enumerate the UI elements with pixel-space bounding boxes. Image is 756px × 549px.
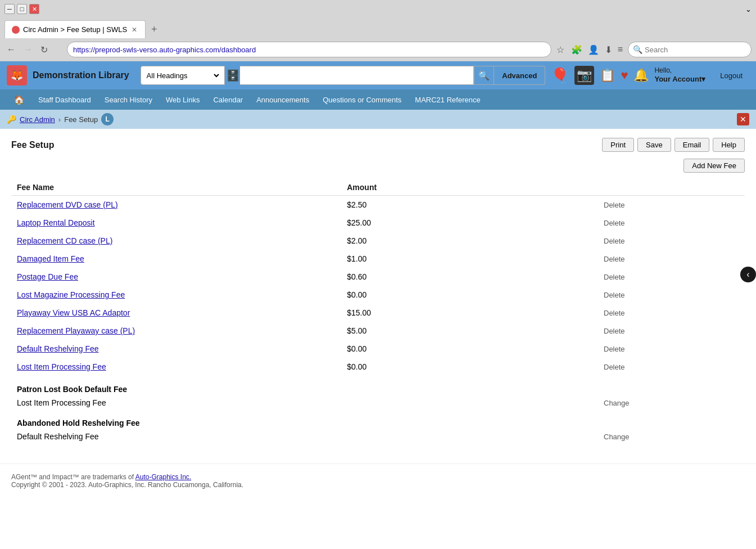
action-buttons: Print Save Email Help (602, 138, 745, 152)
main-content: Fee Setup Print Save Email Help Add New … (0, 129, 756, 452)
search-type-select[interactable]: All Headings (144, 71, 221, 80)
fee-name-link[interactable]: Damaged Item Fee (17, 254, 84, 263)
logout-button[interactable]: Logout (713, 67, 749, 84)
bell-icon[interactable]: 🔔 (633, 68, 649, 83)
breadcrumb-circ-admin[interactable]: Circ Admin (20, 115, 55, 124)
patron-lost-book-header: Patron Lost Book Default Fee (11, 376, 745, 396)
account-label[interactable]: Your Account▾ (654, 75, 705, 84)
abandoned-hold-change[interactable]: Change (604, 433, 630, 441)
fee-name-link[interactable]: Lost Item Processing Fee (17, 362, 106, 371)
expand-icon: ⌄ (745, 5, 752, 14)
fee-amount: $25.00 (341, 214, 488, 232)
col-amount: Amount (341, 179, 488, 196)
table-row: Lost Magazine Processing Fee $0.00 Delet… (11, 286, 745, 304)
nav-marc21[interactable]: MARC21 Reference (408, 91, 487, 109)
library-name: Demonstration Library (33, 70, 129, 80)
nav-questions[interactable]: Questions or Comments (316, 91, 408, 109)
patron-lost-book-section-title: Patron Lost Book Default Fee (11, 376, 745, 396)
browser-search-input[interactable] (645, 46, 746, 54)
tab-title: Circ Admin > Fee Setup | SWLS (23, 25, 127, 34)
user-badge: L (101, 113, 114, 125)
fee-name-link[interactable]: Replacement CD case (PL) (17, 236, 112, 245)
save-button[interactable]: Save (637, 138, 671, 152)
back-button[interactable]: ← (4, 42, 18, 57)
nav-web-links[interactable]: Web Links (159, 91, 206, 109)
abandoned-hold-header: Abandoned Hold Reshelving Fee (11, 410, 745, 430)
delete-link[interactable]: Delete (604, 327, 625, 335)
fee-amount: $0.00 (341, 286, 488, 304)
add-new-row: Add New Fee (11, 159, 745, 173)
table-row: Default Reshelving Fee $0.00 Delete (11, 340, 745, 358)
database-icon[interactable]: 🗄️ (226, 69, 240, 82)
tab-close-icon[interactable]: ✕ (130, 26, 138, 34)
fee-name-link[interactable]: Laptop Rental Deposit (17, 218, 95, 227)
forward-button[interactable]: → (21, 42, 35, 57)
home-nav-button[interactable]: 🏠 (7, 90, 31, 110)
reload-button[interactable]: ↻ (38, 42, 50, 57)
fee-name-link[interactable]: Default Reshelving Fee (17, 344, 99, 353)
search-input[interactable] (240, 66, 474, 85)
fee-name-link[interactable]: Playaway View USB AC Adaptor (17, 308, 130, 317)
delete-link[interactable]: Delete (604, 255, 625, 263)
delete-link[interactable]: Delete (604, 363, 625, 371)
patron-lost-book-row: Lost Item Processing Fee Change (11, 396, 745, 410)
bookmark-icon[interactable]: ☆ (555, 43, 566, 57)
table-row: Replacement CD case (PL) $2.00 Delete (11, 232, 745, 250)
col-action (488, 179, 598, 196)
search-area: All Headings 🗄️ 🔍 Advanced (141, 66, 546, 85)
nav-announcements[interactable]: Announcements (250, 91, 316, 109)
library-logo: 🦊 (7, 65, 27, 86)
delete-link[interactable]: Delete (604, 273, 625, 281)
company-link[interactable]: Auto-Graphics Inc. (135, 473, 191, 481)
delete-link[interactable]: Delete (604, 219, 625, 227)
maximize-button[interactable]: □ (17, 4, 27, 14)
advanced-button[interactable]: Advanced (494, 66, 545, 85)
balloon-icon[interactable]: 🎈 (551, 67, 569, 84)
camera-icon[interactable]: 📷 (574, 66, 594, 85)
account-area[interactable]: Hello, Your Account▾ (654, 66, 705, 84)
settings-icon[interactable]: ≡ (616, 43, 624, 56)
address-input[interactable] (67, 42, 551, 57)
table-row: Replacement Playaway case (PL) $5.00 Del… (11, 322, 745, 340)
heart-icon[interactable]: ♥ (621, 68, 628, 82)
add-new-fee-button[interactable]: Add New Fee (683, 159, 745, 173)
nav-calendar[interactable]: Calendar (206, 91, 250, 109)
abandoned-hold-section-title: Abandoned Hold Reshelving Fee (11, 410, 745, 430)
sidebar-toggle[interactable]: ‹ (740, 267, 756, 282)
navigation-bar: 🏠 Staff Dashboard Search History Web Lin… (0, 89, 756, 110)
nav-search-history[interactable]: Search History (98, 91, 159, 109)
patron-lost-book-change[interactable]: Change (604, 399, 630, 407)
delete-link[interactable]: Delete (604, 201, 625, 209)
help-button[interactable]: Help (713, 138, 745, 152)
header-icons: 🎈 📷 📋 ♥ 🔔 Hello, Your Account▾ Logout (551, 66, 749, 85)
extensions-icon[interactable]: 🧩 (569, 43, 584, 57)
download-icon[interactable]: ⬇ (603, 43, 614, 57)
abandoned-hold-row: Default Reshelving Fee Change (11, 430, 745, 443)
list-icon[interactable]: 📋 (600, 68, 615, 83)
profile-icon[interactable]: 👤 (586, 43, 601, 57)
print-button[interactable]: Print (602, 138, 634, 152)
new-tab-button[interactable]: + (148, 22, 161, 37)
nav-staff-dashboard[interactable]: Staff Dashboard (31, 91, 98, 109)
fee-name-link[interactable]: Lost Magazine Processing Fee (17, 290, 125, 299)
fee-amount: $2.50 (341, 196, 488, 214)
fee-amount: $5.00 (341, 322, 488, 340)
fee-name-link[interactable]: Postage Due Fee (17, 272, 78, 281)
delete-link[interactable]: Delete (604, 237, 625, 245)
fee-name-link[interactable]: Replacement Playaway case (PL) (17, 326, 135, 335)
delete-link[interactable]: Delete (604, 345, 625, 353)
search-button[interactable]: 🔍 (474, 66, 494, 85)
fee-amount: $15.00 (341, 304, 488, 322)
close-button[interactable]: ✕ (29, 4, 39, 14)
delete-link[interactable]: Delete (604, 309, 625, 317)
fee-amount: $0.00 (341, 358, 488, 376)
close-page-button[interactable]: ✕ (737, 113, 749, 125)
breadcrumb-fee-setup: Fee Setup (64, 115, 98, 124)
fee-amount: $2.00 (341, 232, 488, 250)
email-button[interactable]: Email (674, 138, 710, 152)
active-tab[interactable]: Circ Admin > Fee Setup | SWLS ✕ (4, 20, 146, 38)
minimize-button[interactable]: ─ (4, 4, 15, 14)
delete-link[interactable]: Delete (604, 291, 625, 299)
fee-name-link[interactable]: Replacement DVD case (PL) (17, 200, 118, 209)
search-dropdown[interactable]: All Headings (141, 66, 225, 85)
